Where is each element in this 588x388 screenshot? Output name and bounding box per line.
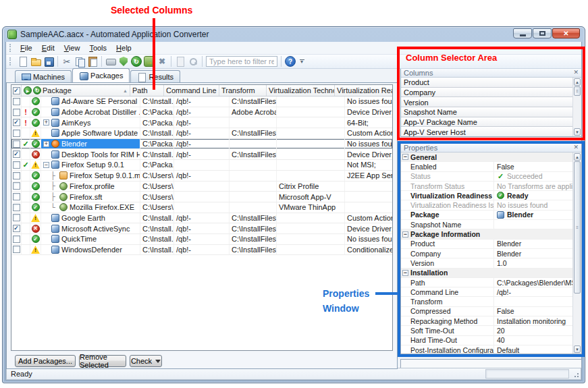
package-name-cell: AimKeys (41, 117, 140, 128)
table-row[interactable]: WindowsDefender C:\Install... /qb!- C:\I… (11, 245, 392, 256)
table-row[interactable]: AimKeys C:\Packa... /qb!- 64-Bit; (11, 117, 392, 128)
minimize-button[interactable] (513, 28, 532, 38)
remove-selected-button[interactable]: Remove Selected (79, 355, 126, 367)
row-checkbox[interactable] (13, 172, 20, 179)
path-cell: C:\Packa... (140, 107, 174, 117)
stop-icon[interactable] (157, 56, 167, 67)
package-icon (51, 108, 59, 116)
save-icon[interactable] (43, 56, 54, 67)
menu-item[interactable]: File (16, 43, 37, 53)
package-icon (59, 171, 68, 179)
row-checkbox[interactable] (13, 246, 20, 253)
menu-item[interactable]: Help (111, 43, 136, 53)
report-icon-disabled[interactable] (175, 56, 186, 67)
cut-icon[interactable] (61, 56, 72, 67)
select-all-checkbox[interactable] (13, 87, 20, 94)
path-cell: C:\Install... (140, 149, 174, 159)
titlebar[interactable]: SampleAAC.aacx - Automated Application C… (3, 27, 585, 41)
column-header-virtualization-technology[interactable]: Virtualization Technolo... (267, 85, 335, 96)
filter-records-input[interactable] (206, 56, 277, 67)
expander-icon[interactable] (43, 162, 49, 168)
table-row[interactable]: Ad-Aware SE Personal C:\Install... /qb!-… (11, 96, 392, 107)
add-packages-button[interactable]: Add Packages... (15, 355, 76, 367)
table-row[interactable]: Firefox Setup 9.0.1 C:\Packa... Not MSI; (11, 160, 392, 171)
row-checkbox[interactable] (13, 204, 20, 211)
status-icon (31, 214, 40, 222)
table-row[interactable]: Blender C:\Packa... /qb!- No issues foun… (11, 139, 392, 150)
row-flag-cell (22, 202, 30, 213)
command-line-cell (174, 202, 230, 213)
select-all-header-cell[interactable] (11, 85, 22, 96)
copy-icon[interactable] (74, 56, 85, 67)
row-flag-cell (22, 171, 30, 181)
status-icon (32, 119, 40, 127)
launch-machine-icon[interactable] (105, 56, 116, 67)
column-header-transform[interactable]: Transform (219, 85, 267, 96)
virtualization-readiness-cell (345, 182, 392, 192)
package-icon (51, 214, 59, 222)
row-checkbox[interactable] (13, 150, 20, 158)
row-checkbox[interactable] (13, 235, 20, 243)
row-checkbox[interactable] (13, 130, 20, 137)
row-checkbox[interactable] (13, 98, 20, 105)
resize-grip-icon[interactable] (572, 371, 579, 378)
packages-tab-page: Package Path Command Line Transform Virt… (6, 82, 398, 369)
check-button[interactable]: Check (130, 355, 162, 367)
row-checkbox[interactable] (13, 182, 20, 190)
command-line-cell: /qb!- (174, 234, 230, 244)
install-capture-icon[interactable] (118, 56, 129, 67)
table-row[interactable]: Desktop Tools for RIM H... C:\Install...… (11, 149, 392, 160)
paste-icon[interactable] (87, 56, 98, 67)
row-checkbox[interactable] (13, 161, 20, 169)
row-checkbox[interactable] (13, 193, 20, 200)
package-name: Microsoft ActiveSync (61, 225, 130, 233)
row-checkbox[interactable] (13, 109, 20, 116)
row-checkbox[interactable] (13, 214, 20, 221)
virtualization-readiness-cell: Conditionalized Co... (345, 245, 392, 255)
tab-label: Packages (90, 72, 123, 80)
row-checkbox[interactable] (13, 225, 20, 232)
table-row[interactable]: Firefox Setup 9.0.1.msi C:\Users\... /qb… (11, 171, 392, 182)
tab[interactable]: Packages (72, 68, 130, 82)
open-icon[interactable] (30, 56, 41, 67)
menu-item[interactable]: View (59, 43, 85, 53)
close-button[interactable] (552, 28, 580, 38)
package-icon (51, 97, 59, 105)
tab[interactable]: Machines (15, 70, 72, 82)
package-name-cell: Microsoft ActiveSync (41, 223, 140, 233)
row-checkbox[interactable] (13, 140, 20, 148)
package-name: Blender (61, 140, 87, 148)
table-row[interactable]: Adobe Acrobat Distiller ... C:\Packa... … (11, 107, 392, 118)
column-header-command-line[interactable]: Command Line (164, 85, 219, 96)
table-row[interactable]: Apple Software Update C:\Install... /qb!… (11, 128, 392, 139)
menu-item[interactable]: Edit (37, 43, 59, 53)
expander-icon[interactable] (43, 141, 49, 147)
expander-icon[interactable] (43, 119, 49, 126)
row-checkbox-cell (11, 223, 22, 233)
maximize-button[interactable] (533, 28, 552, 38)
row-checkbox[interactable] (13, 119, 20, 126)
tab[interactable]: Results (130, 70, 180, 82)
column-header-package-label: Package (43, 86, 72, 94)
column-header-package[interactable]: Package (22, 85, 130, 96)
help-icon[interactable] (285, 56, 296, 67)
table-row[interactable]: Google Earth C:\Install... /qb!- C:\Inst… (11, 213, 392, 224)
table-row[interactable]: Firefox.profile C:\Users\... Citrix Prof… (11, 182, 392, 192)
status-icon (32, 171, 40, 179)
table-row[interactable]: Firefox.sft C:\Users\... Microsoft App-V (11, 192, 392, 202)
table-row[interactable]: Microsoft ActiveSync C:\Install... /qb!-… (11, 223, 392, 234)
search-icon-disabled[interactable] (188, 56, 198, 67)
annotation-column-selector-label: Column Selector Area (406, 53, 497, 63)
row-checkbox-cell (11, 149, 22, 159)
column-header-path[interactable]: Path (130, 85, 164, 96)
window-controls (513, 28, 580, 38)
menu-item[interactable]: Tools (84, 43, 111, 53)
table-row[interactable]: QuickTime C:\Install... /qb!- C:\Install… (11, 234, 392, 245)
table-row[interactable]: Mozilla Firefox.EXE C:\Users\... VMware … (11, 202, 392, 213)
column-header-virtualization-readiness[interactable]: Virtualization Readi... (335, 85, 392, 96)
new-document-icon[interactable] (18, 56, 28, 67)
toolbar-overflow-icon[interactable] (298, 56, 306, 67)
package-name: QuickTime (61, 235, 97, 243)
row-status-cell (30, 202, 41, 213)
run-conversion-icon[interactable] (131, 56, 142, 67)
